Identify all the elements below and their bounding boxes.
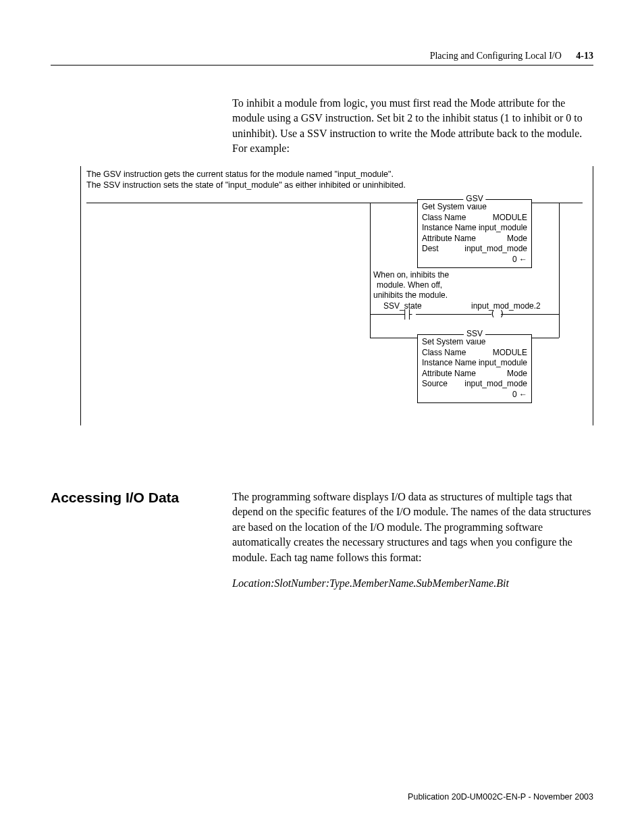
ssv-instancename-label: Instance Name [422, 358, 477, 369]
gsv-instruction-box: GSV Get System Value Class NameMODULE In… [417, 199, 532, 268]
gsv-attributename-value: Mode [507, 234, 527, 244]
branch-desc-line2: module. When off, [373, 280, 449, 290]
ssv-attributename-value: Mode [507, 369, 527, 380]
intro-paragraph: To inhibit a module from logic, you must… [232, 96, 593, 157]
section-body: The programming software displays I/O da… [232, 490, 593, 602]
gsv-instancename-value: input_module [479, 223, 527, 234]
diagram-desc-line2: The SSV instruction sets the state of "i… [86, 180, 587, 190]
section-heading: Accessing I/O Data [51, 490, 232, 602]
ssv-attributename-label: Attribute Name [422, 369, 476, 380]
gsv-classname-value: MODULE [493, 213, 527, 224]
ssv-label: SSV [464, 329, 485, 340]
gsv-dest-label: Dest [422, 244, 439, 255]
header-page-number: 4-13 [576, 51, 593, 61]
ssv-classname-label: Class Name [422, 348, 466, 359]
ladder-diagram: The GSV instruction gets the current sta… [80, 166, 593, 426]
ssv-classname-value: MODULE [493, 348, 527, 359]
ssv-result: 0 [512, 390, 517, 399]
gsv-attributename-label: Attribute Name [422, 234, 476, 244]
tag-format: Location:SlotNumber:Type.MemberName.SubM… [232, 576, 593, 591]
contact-symbol-icon: ┤├ [402, 309, 412, 319]
page-header: Placing and Configuring Local I/O 4-13 [51, 51, 593, 66]
diagram-desc-line1: The GSV instruction gets the current sta… [86, 169, 587, 180]
ssv-instancename-value: input_module [479, 358, 527, 369]
branch-description: When on, inhibits the module. When off, … [373, 270, 449, 301]
header-title: Placing and Configuring Local I/O [430, 51, 562, 61]
page: Placing and Configuring Local I/O 4-13 T… [0, 0, 644, 834]
gsv-dest-value: input_mod_mode [464, 244, 527, 255]
ladder-area: GSV Get System Value Class NameMODULE In… [86, 196, 587, 398]
gsv-instancename-label: Instance Name [422, 223, 477, 234]
section-body-paragraph: The programming software displays I/O da… [232, 490, 593, 565]
section-accessing-io: Accessing I/O Data The programming softw… [51, 490, 593, 602]
ssv-source-value: input_mod_mode [464, 379, 527, 390]
ssv-instruction-box: SSV Set System Value Class NameMODULE In… [417, 334, 532, 403]
coil-name: input_mod_mode.2 [471, 301, 541, 311]
gsv-result: 0 [512, 255, 517, 264]
gsv-classname-label: Class Name [422, 213, 466, 224]
gsv-label: GSV [463, 194, 485, 205]
footer-publication: Publication 20D-UM002C-EN-P - November 2… [408, 792, 593, 802]
ssv-source-label: Source [422, 379, 448, 390]
branch-desc-line1: When on, inhibits the [373, 270, 449, 280]
branch-desc-line3: unihibits the module. [373, 290, 449, 301]
